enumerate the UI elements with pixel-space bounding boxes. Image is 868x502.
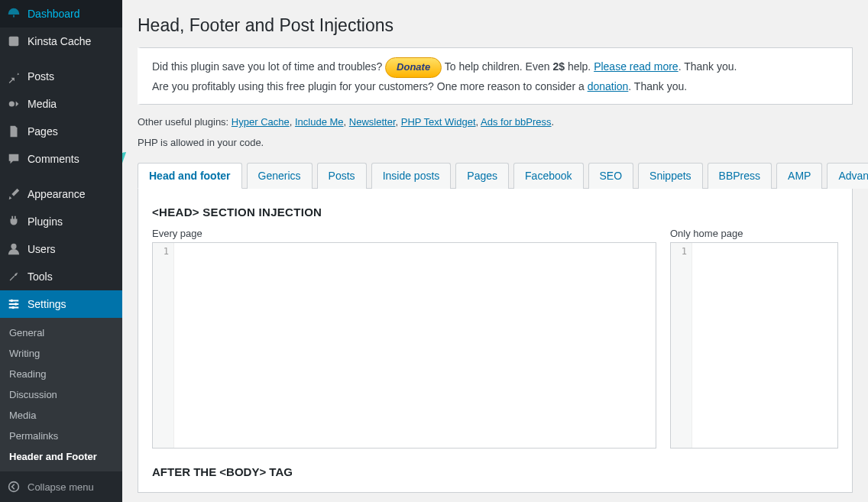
useful-plugins: Other useful plugins: Hyper Cache, Inclu… xyxy=(138,116,853,128)
tabs-row: Head and footer Generics Posts Inside po… xyxy=(138,162,853,189)
tab-head-footer[interactable]: Head and footer xyxy=(138,163,242,189)
sidebar-item-kinsta-cache[interactable]: Kinsta Cache xyxy=(0,28,122,55)
plugin-link[interactable]: Newsletter xyxy=(349,116,396,128)
every-page-label: Every page xyxy=(152,228,656,239)
page-icon xyxy=(6,124,21,139)
notice-text: . Thank you. xyxy=(679,60,737,73)
sidebar-label: Kinsta Cache xyxy=(28,35,91,47)
sidebar-label: Posts xyxy=(28,70,54,83)
sidebar-item-plugins[interactable]: Plugins xyxy=(0,208,122,235)
sidebar-label: Appearance xyxy=(28,188,86,200)
donation-link[interactable]: donation xyxy=(588,80,629,92)
notice-text: To help children. Even xyxy=(445,60,553,73)
sidebar-item-pages[interactable]: Pages xyxy=(0,118,122,145)
wrench-icon xyxy=(6,269,21,284)
svg-point-5 xyxy=(11,306,15,309)
annotation-arrow-icon xyxy=(122,378,134,443)
tab-posts[interactable]: Posts xyxy=(317,163,367,189)
donate-button[interactable]: Donate xyxy=(385,57,442,78)
plugins-intro: Other useful plugins: xyxy=(138,116,232,128)
svg-point-4 xyxy=(15,303,18,306)
tab-snippets[interactable]: Snippets xyxy=(638,163,702,189)
notice-text: Are you profitably using this free plugi… xyxy=(152,80,588,92)
notice-amount: 2$ xyxy=(552,60,565,73)
svg-point-1 xyxy=(9,101,15,106)
submenu-general[interactable]: General xyxy=(0,322,122,343)
submenu-permalinks[interactable]: Permalinks xyxy=(0,426,122,446)
head-section-heading: <HEAD> SECTION INJECTION xyxy=(152,206,838,219)
only-home-textarea[interactable]: 1 xyxy=(670,242,838,449)
sidebar-item-users[interactable]: Users xyxy=(0,235,122,263)
line-gutter: 1 xyxy=(671,243,692,448)
sidebar-item-appearance[interactable]: Appearance xyxy=(0,180,122,208)
admin-sidebar: Dashboard Kinsta Cache Posts Media Pages… xyxy=(0,0,122,502)
svg-point-3 xyxy=(11,300,14,303)
donation-notice: Did this plugin save you lot of time and… xyxy=(138,47,853,105)
settings-submenu: General Writing Reading Discussion Media… xyxy=(0,318,122,471)
media-icon xyxy=(6,96,21,112)
tab-facebook[interactable]: Facebook xyxy=(513,163,583,189)
notice-text: help. xyxy=(568,60,594,73)
notice-text: . Thank you. xyxy=(628,80,687,92)
tab-advanced[interactable]: Advanced xyxy=(827,163,868,189)
sidebar-label: Comments xyxy=(28,153,79,165)
sidebar-label: Users xyxy=(28,243,56,255)
plugin-link[interactable]: Hyper Cache xyxy=(232,116,290,128)
sidebar-item-comments[interactable]: Comments xyxy=(0,145,122,173)
submenu-header-footer[interactable]: Header and Footer xyxy=(0,446,122,467)
dashboard-icon xyxy=(6,6,21,21)
tab-inside-posts[interactable]: Inside posts xyxy=(371,163,452,189)
submenu-writing[interactable]: Writing xyxy=(0,343,122,364)
read-more-link[interactable]: Please read more xyxy=(594,60,679,73)
collapse-menu[interactable]: Collapse menu xyxy=(0,471,122,502)
php-note: PHP is allowed in your code. xyxy=(138,137,853,148)
tab-pages[interactable]: Pages xyxy=(455,163,509,189)
svg-point-2 xyxy=(11,244,16,249)
plug-icon xyxy=(6,214,21,229)
every-page-editor: Every page 1 xyxy=(152,228,656,449)
submenu-media[interactable]: Media xyxy=(0,405,122,426)
sidebar-item-settings[interactable]: Settings xyxy=(0,290,122,318)
only-home-editor: Only home page 1 xyxy=(670,228,838,449)
tab-amp[interactable]: AMP xyxy=(776,163,822,189)
notice-text: Did this plugin save you lot of time and… xyxy=(152,60,385,73)
sidebar-item-dashboard[interactable]: Dashboard xyxy=(0,0,122,28)
user-icon xyxy=(6,241,21,257)
main-content: Head, Footer and Post Injections Did thi… xyxy=(122,0,868,502)
pin-icon xyxy=(6,69,21,84)
cache-icon xyxy=(6,34,21,49)
sidebar-label: Plugins xyxy=(28,215,63,228)
collapse-label: Collapse menu xyxy=(28,481,94,493)
only-home-label: Only home page xyxy=(670,228,838,239)
sidebar-label: Pages xyxy=(28,125,58,138)
tab-bbpress[interactable]: BBPress xyxy=(708,163,772,189)
plugin-link[interactable]: PHP Text Widget xyxy=(401,116,476,128)
plugin-link[interactable]: Ads for bbPress xyxy=(481,116,552,128)
svg-rect-0 xyxy=(9,37,19,47)
plugin-link[interactable]: Include Me xyxy=(295,116,344,128)
sidebar-label: Dashboard xyxy=(28,8,80,20)
collapse-icon xyxy=(6,479,21,494)
sidebar-label: Media xyxy=(28,98,57,110)
sidebar-label: Settings xyxy=(28,298,66,310)
tab-seo[interactable]: SEO xyxy=(588,163,634,189)
after-body-heading: AFTER THE <BODY> TAG xyxy=(152,465,838,478)
brush-icon xyxy=(6,186,21,202)
sliders-icon xyxy=(6,296,21,312)
sidebar-label: Tools xyxy=(28,270,53,283)
line-gutter: 1 xyxy=(153,243,174,448)
annotation-arrow-icon xyxy=(122,69,138,176)
tab-generics[interactable]: Generics xyxy=(247,163,313,189)
every-page-textarea[interactable]: 1 xyxy=(152,242,656,449)
comment-icon xyxy=(6,151,21,167)
sidebar-item-posts[interactable]: Posts xyxy=(0,63,122,90)
svg-point-6 xyxy=(9,482,19,492)
sidebar-item-tools[interactable]: Tools xyxy=(0,263,122,290)
tab-panel: <HEAD> SECTION INJECTION Every page 1 On… xyxy=(138,189,853,493)
submenu-reading[interactable]: Reading xyxy=(0,364,122,384)
submenu-discussion[interactable]: Discussion xyxy=(0,384,122,405)
page-title: Head, Footer and Post Injections xyxy=(138,15,853,36)
sidebar-item-media[interactable]: Media xyxy=(0,90,122,118)
